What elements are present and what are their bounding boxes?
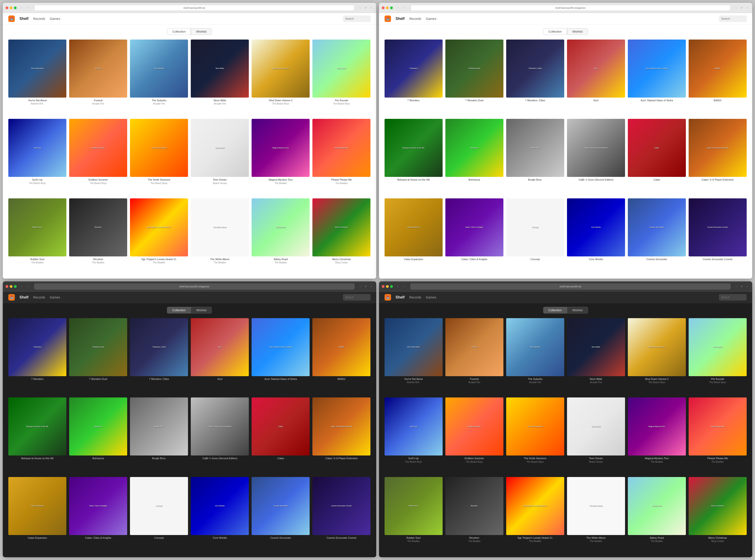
list-item[interactable]: Surf's UpSurf's UpThe Beach Boys xyxy=(8,119,66,195)
list-item[interactable]: Endless SummerEndless SummerThe Beach Bo… xyxy=(69,119,127,195)
minimize-button[interactable] xyxy=(10,285,13,288)
list-item[interactable]: Sgt. Pepper's Lonely Hearts Cl.Sgt. Pepp… xyxy=(506,477,564,554)
close-button[interactable] xyxy=(5,6,8,9)
list-item[interactable]: Shut Down Volume 2Shut Down Volume 2The … xyxy=(252,40,310,116)
list-item[interactable]: Cosmic EncounterCosmic Encounter xyxy=(252,477,310,554)
close-button[interactable] xyxy=(5,285,8,288)
list-item[interactable]: Catan: Cities & KnightsCatan: Cities & K… xyxy=(445,198,503,275)
list-item[interactable]: Abbey RoadAbbey RoadThe Beatles xyxy=(252,198,310,275)
list-item[interactable]: Catan: 5–6 Player ExtensionCatan: 5–6 Pl… xyxy=(689,119,747,195)
list-item[interactable]: Rubber SoulRubber SoulThe Beatles xyxy=(384,477,443,554)
list-item[interactable]: CatanCatan xyxy=(628,119,686,195)
list-item[interactable]: ConceptConcept xyxy=(506,198,564,275)
list-item[interactable]: CatanCatan xyxy=(252,397,310,474)
bookmark-icon[interactable]: + xyxy=(745,6,750,10)
tab-wishlist[interactable]: Wishlist xyxy=(567,307,588,314)
tab-wishlist[interactable]: Wishlist xyxy=(567,28,588,35)
back-button[interactable]: ‹ xyxy=(19,284,24,289)
list-item[interactable]: RevolverRevolverThe Beatles xyxy=(69,198,127,275)
close-button[interactable] xyxy=(382,285,384,288)
back-button[interactable]: ‹ xyxy=(19,5,24,10)
reload-icon[interactable]: ↻ xyxy=(740,6,744,10)
list-item[interactable]: Shut Down Volume 2Shut Down Volume 2The … xyxy=(628,318,686,395)
list-item[interactable]: Catan: Cities & KnightsCatan: Cities & K… xyxy=(69,477,127,554)
minimize-button[interactable] xyxy=(386,6,389,9)
forward-button[interactable]: › xyxy=(26,5,31,10)
list-item[interactable]: FuneralFuneralArcade Fire xyxy=(69,40,127,116)
reload-icon[interactable]: ↻ xyxy=(364,6,368,10)
minimize-button[interactable] xyxy=(10,6,13,9)
nav-games[interactable]: Games xyxy=(50,296,60,299)
share-icon[interactable]: ↑ xyxy=(734,6,738,10)
list-item[interactable]: Merry ChristmasMerry ChristmasBing Crosb… xyxy=(312,198,371,275)
search-input[interactable] xyxy=(719,16,747,22)
nav-games[interactable]: Games xyxy=(426,17,436,21)
maximize-button[interactable] xyxy=(390,6,393,9)
minimize-button[interactable] xyxy=(386,285,389,288)
list-item[interactable]: 7 Wonders: Cities7 Wonders: Cities xyxy=(130,318,188,395)
search-input[interactable] xyxy=(343,294,371,301)
forward-button[interactable]: › xyxy=(26,284,31,289)
back-button[interactable]: ‹ xyxy=(396,5,400,10)
forward-button[interactable]: › xyxy=(402,5,407,10)
reload-icon[interactable]: ↻ xyxy=(364,284,368,288)
list-item[interactable]: Burgle Bros.Burgle Bros. xyxy=(506,119,564,195)
nav-records[interactable]: Records xyxy=(33,17,45,21)
list-item[interactable]: BANG!BANG! xyxy=(312,318,371,395)
list-item[interactable]: Azul: Stained Glass of SintraAzul: Stain… xyxy=(252,318,310,395)
list-item[interactable]: Cosmic Encounter CosmicCosmic Encounter … xyxy=(312,477,371,554)
forward-button[interactable]: › xyxy=(402,284,407,289)
list-item[interactable]: Core WorldsCore Worlds xyxy=(191,477,249,554)
list-item[interactable]: The SuburbsThe SuburbsArcade Fire xyxy=(506,318,564,395)
list-item[interactable]: Endless SummerEndless SummerThe Beach Bo… xyxy=(445,397,503,474)
nav-games[interactable]: Games xyxy=(426,296,436,299)
list-item[interactable]: Cosmic Encounter CosmicCosmic Encounter … xyxy=(689,198,747,275)
list-item[interactable]: You're Not AloneYou're Not AloneAndrew W… xyxy=(8,40,66,116)
list-item[interactable]: FuneralFuneralArcade Fire xyxy=(445,318,503,395)
tab-collection[interactable]: Collection xyxy=(543,307,567,314)
share-icon[interactable]: ↑ xyxy=(358,6,362,10)
list-item[interactable]: The White AlbumThe White AlbumThe Beatle… xyxy=(567,477,625,554)
list-item[interactable]: Merry ChristmasMerry ChristmasBing Crosb… xyxy=(689,477,747,554)
list-item[interactable]: 7 Wonders7 Wonders xyxy=(8,318,66,395)
list-item[interactable]: AzulAzul xyxy=(191,318,249,395)
list-item[interactable]: 7 Wonders7 Wonders xyxy=(384,40,443,116)
reload-icon[interactable]: ↻ xyxy=(740,284,744,288)
list-item[interactable]: Ca$h 'n Guns (Second Edition)Ca$h 'n Gun… xyxy=(567,119,625,195)
list-item[interactable]: Teen DreamTeen DreamBeach House xyxy=(191,119,249,195)
tab-collection[interactable]: Collection xyxy=(543,28,567,35)
list-item[interactable]: Neon BibleNeon BibleArcade Fire xyxy=(191,40,249,116)
list-item[interactable]: Betrayal at House on the HillBetrayal at… xyxy=(8,397,66,474)
maximize-button[interactable] xyxy=(14,6,17,9)
list-item[interactable]: Pet SoundsPet SoundsThe Beach Boys xyxy=(689,318,747,395)
list-item[interactable]: Azul: Stained Glass of SintraAzul: Stain… xyxy=(628,40,686,116)
share-icon[interactable]: ↑ xyxy=(358,284,362,288)
list-item[interactable]: Abbey RoadAbbey RoadThe Beatles xyxy=(628,477,686,554)
nav-records[interactable]: Records xyxy=(409,296,421,299)
list-item[interactable]: You're Not AloneYou're Not AloneAndrew W… xyxy=(384,318,443,395)
nav-records[interactable]: Records xyxy=(33,296,45,299)
search-input[interactable] xyxy=(719,294,747,301)
list-item[interactable]: 7 Wonders: Cities7 Wonders: Cities xyxy=(506,40,564,116)
list-item[interactable]: Teen DreamTeen DreamBeach House xyxy=(567,397,625,474)
list-item[interactable]: The SuburbsThe SuburbsArcade Fire xyxy=(130,40,188,116)
list-item[interactable]: Core WorldsCore Worlds xyxy=(567,198,625,275)
list-item[interactable]: Catan ExpansionCatan Expansion xyxy=(384,198,443,275)
address-bar[interactable]: shelf.barrowclift.me/games xyxy=(411,5,731,11)
bookmark-icon[interactable]: + xyxy=(369,284,374,288)
back-button[interactable]: ‹ xyxy=(396,284,400,289)
share-icon[interactable]: ↑ xyxy=(734,284,738,288)
list-item[interactable]: Surf's UpSurf's UpThe Beach Boys xyxy=(384,397,443,474)
list-item[interactable]: Magical Mystery TourMagical Mystery Tour… xyxy=(252,119,310,195)
list-item[interactable]: RevolverRevolverThe Beatles xyxy=(445,477,503,554)
list-item[interactable]: Cosmic EncounterCosmic Encounter xyxy=(628,198,686,275)
maximize-button[interactable] xyxy=(390,285,393,288)
close-button[interactable] xyxy=(382,6,384,9)
list-item[interactable]: Betrayal at House on the HillBetrayal at… xyxy=(384,119,443,195)
list-item[interactable]: BohnanzaBohnanza xyxy=(69,397,127,474)
list-item[interactable]: Catan: 5–6 Player ExtensionCatan: 5–6 Pl… xyxy=(312,397,371,474)
list-item[interactable]: The Smile SessionsThe Smile SessionsThe … xyxy=(506,397,564,474)
list-item[interactable]: Pet SoundsPet SoundsThe Beach Boys xyxy=(312,40,371,116)
list-item[interactable]: Sgt. Pepper's Lonely Hearts Cl.Sgt. Pepp… xyxy=(130,198,188,275)
tab-collection[interactable]: Collection xyxy=(167,307,191,314)
